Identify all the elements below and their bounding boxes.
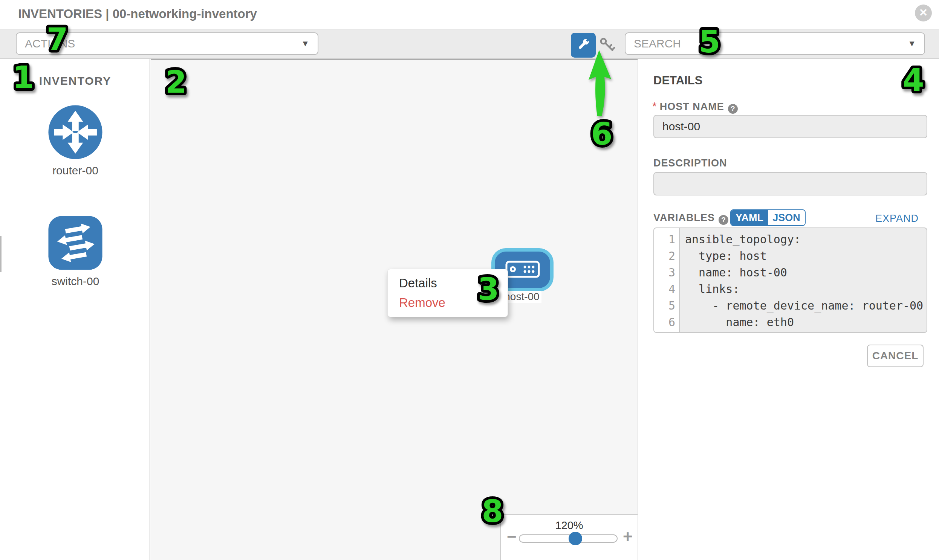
zoom-widget: 120% − + [500, 514, 638, 560]
inventory-heading: INVENTORY [0, 75, 150, 88]
yaml-toggle[interactable]: YAML [731, 210, 768, 225]
sidebar-scrollbar[interactable] [0, 236, 2, 272]
description-label: DESCRIPTION [654, 157, 727, 169]
wrench-icon [576, 37, 591, 54]
details-panel: DETAILS *HOST NAME? DESCRIPTION VARIABLE… [638, 59, 939, 560]
page-title: INVENTORIES | 00-networking-inventory [18, 7, 257, 21]
actions-dropdown-label: ACTIONS [25, 37, 75, 50]
description-input[interactable] [654, 172, 927, 195]
zoom-slider-thumb[interactable] [569, 532, 582, 545]
context-menu: Details Remove [387, 269, 508, 317]
variables-label-row: VARIABLES? [654, 212, 728, 229]
search-dropdown-label: SEARCH [634, 37, 681, 50]
router-icon [48, 154, 103, 161]
toolbar: ACTIONS ▼ [0, 29, 939, 59]
key-button[interactable] [598, 36, 617, 54]
variables-format-toggle: YAML JSON [730, 209, 806, 226]
sidebar-device-router[interactable]: router-00 [48, 105, 103, 177]
editor-line-numbers: 1234567 [654, 228, 680, 332]
chevron-down-icon: ▼ [301, 39, 309, 49]
host-node-label: host-00 [502, 291, 541, 303]
help-icon[interactable]: ? [728, 104, 738, 114]
expand-link[interactable]: EXPAND [875, 213, 919, 225]
sidebar-device-switch[interactable]: switch-00 [47, 215, 104, 288]
variables-label: VARIABLES [654, 212, 715, 223]
context-menu-details[interactable]: Details [399, 276, 437, 290]
json-toggle[interactable]: JSON [768, 210, 805, 225]
topology-canvas[interactable]: host-00 Details Remove 120% − + [151, 59, 638, 560]
zoom-slider-track[interactable] [519, 534, 618, 543]
tools-button[interactable] [571, 33, 596, 58]
hostname-label-row: *HOST NAME? [652, 100, 738, 114]
details-heading: DETAILS [654, 74, 702, 88]
zoom-in-button[interactable]: + [623, 528, 633, 545]
zoom-level: 120% [501, 519, 638, 532]
switch-icon [47, 265, 104, 272]
key-icon [598, 49, 617, 55]
search-dropdown[interactable]: SEARCH ▼ [625, 32, 925, 55]
cancel-button[interactable]: CANCEL [867, 345, 924, 367]
header-bar: INVENTORIES | 00-networking-inventory ✕ [0, 0, 939, 29]
hostname-label: HOST NAME [660, 101, 724, 112]
close-icon[interactable]: ✕ [915, 5, 932, 22]
context-menu-remove[interactable]: Remove [399, 295, 446, 310]
actions-dropdown[interactable]: ACTIONS ▼ [16, 32, 318, 55]
zoom-out-button[interactable]: − [507, 528, 517, 545]
editor-code[interactable]: ansible_topology: type: host name: host-… [680, 228, 927, 332]
device-label: router-00 [48, 164, 103, 177]
chevron-down-icon: ▼ [908, 39, 916, 49]
variables-editor[interactable]: 1234567 ansible_topology: type: host nam… [654, 228, 927, 333]
required-asterisk: * [652, 100, 657, 112]
host-icon [505, 261, 540, 280]
hostname-input[interactable] [654, 115, 927, 138]
help-icon[interactable]: ? [719, 215, 728, 225]
device-label: switch-00 [47, 275, 104, 288]
inventory-topology-screen: INVENTORIES | 00-networking-inventory ✕ … [0, 0, 939, 560]
